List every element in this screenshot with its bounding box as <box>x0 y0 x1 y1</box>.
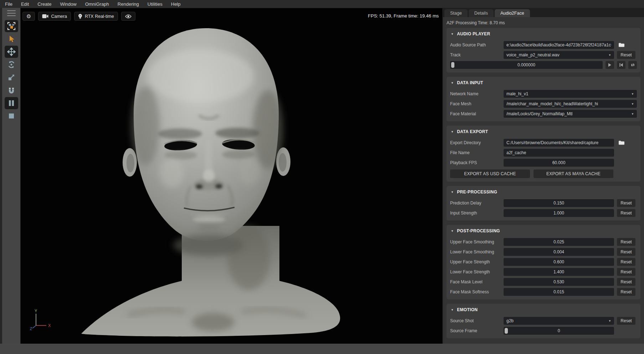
bottom-status-bar <box>0 344 644 354</box>
lower-face-smoothing-reset-button[interactable]: Reset <box>617 248 635 256</box>
move-tool-button[interactable] <box>5 46 18 58</box>
properties-panel: Stage Details Audio2Face A2F Processing … <box>443 8 644 344</box>
move-cross-icon <box>7 47 16 56</box>
section-header-data-input[interactable]: ▼ DATA INPUT <box>450 79 637 88</box>
skip-back-icon <box>619 63 623 67</box>
select-tool-button[interactable] <box>5 33 18 45</box>
face-mask-level-input[interactable]: 0.530 <box>504 278 614 286</box>
lower-face-smoothing-input[interactable]: 0.004 <box>504 248 614 256</box>
menu-omnigraph[interactable]: OmniGraph <box>85 1 109 7</box>
pause-button[interactable] <box>5 97 18 109</box>
face-material-dropdown[interactable]: /male/Looks/Grey_NormalMap_Mtl ▼ <box>504 110 637 118</box>
upper-face-smoothing-row: Upper Face Smoothing 0.025 Reset <box>450 238 637 246</box>
face-mask-softness-reset-button[interactable]: Reset <box>617 288 635 296</box>
lower-face-strength-reset-button[interactable]: Reset <box>617 268 635 276</box>
upper-face-strength-input[interactable]: 0.600 <box>504 258 614 266</box>
source-frame-slider-handle[interactable] <box>505 328 508 334</box>
source-frame-slider[interactable]: 0 <box>504 327 614 335</box>
menu-window[interactable]: Window <box>60 1 76 7</box>
renderer-menu-button[interactable]: RTX Real-time <box>74 12 118 21</box>
folder-icon <box>618 42 625 47</box>
menu-create[interactable]: Create <box>37 1 51 7</box>
audio-source-path-row: Audio Source Path e:\audio2face\build\au… <box>450 41 637 49</box>
browse-export-directory-button[interactable] <box>617 139 626 147</box>
section-emotion: ▼ EMOTION Source Shot g2b ▼ Reset Source… <box>447 304 640 338</box>
face-mesh-dropdown[interactable]: /male/char_male_model_hi/c_headWatertigh… <box>504 100 637 108</box>
prediction-delay-row: Prediction Delay 0.150 Reset <box>450 199 637 207</box>
panel-tab-strip: Stage Details Audio2Face <box>443 8 644 17</box>
snap-tool-button[interactable] <box>5 84 18 96</box>
lower-face-smoothing-row: Lower Face Smoothing 0.004 Reset <box>450 248 637 256</box>
browse-audio-path-button[interactable] <box>617 41 626 49</box>
section-header-emotion[interactable]: ▼ EMOTION <box>450 306 637 315</box>
lower-face-strength-row: Lower Face Strength 1.400 Reset <box>450 268 637 276</box>
play-button[interactable] <box>606 61 614 69</box>
export-directory-input[interactable]: C:/Users/rbrowne/Documents/Kit/shared/ca… <box>504 139 614 147</box>
a2f-processing-time: A2F Processing Time: 8.70 ms <box>443 17 644 28</box>
loop-button[interactable] <box>628 61 637 69</box>
input-strength-input[interactable]: 1.000 <box>504 209 614 217</box>
timeline-slider-handle[interactable] <box>451 62 454 68</box>
playback-fps-input[interactable]: 60.000 <box>504 159 614 167</box>
section-header-pre-processing[interactable]: ▼ PRE-PROCESSING <box>450 188 637 197</box>
timeline-slider[interactable]: 0.000000 <box>450 61 603 69</box>
camera-menu-button[interactable]: Camera <box>38 12 71 21</box>
viewport-3d[interactable]: ⚙ Camera RTX Real-time <box>20 8 442 344</box>
source-shot-reset-button[interactable]: Reset <box>617 317 635 325</box>
section-header-audio-player[interactable]: ▼ AUDIO PLAYER <box>450 30 637 39</box>
source-shot-dropdown[interactable]: g2b ▼ <box>504 317 614 325</box>
track-dropdown[interactable]: voice_male_p2_neutral.wav ▼ <box>504 51 614 59</box>
selection-mode-button[interactable] <box>5 20 18 32</box>
prediction-delay-input[interactable]: 0.150 <box>504 199 614 207</box>
rendered-head-model <box>21 8 442 344</box>
scale-arrow-icon <box>7 74 15 81</box>
visibility-menu-button[interactable] <box>121 12 135 21</box>
tab-audio2face[interactable]: Audio2Face <box>495 9 530 17</box>
source-frame-row: Source Frame 0 <box>450 327 637 335</box>
export-maya-cache-button[interactable]: EXPORT AS MAYA CACHE <box>534 170 613 178</box>
export-buttons-row: EXPORT AS USD CACHE EXPORT AS MAYA CACHE <box>450 170 637 178</box>
lower-face-strength-input[interactable]: 1.400 <box>504 268 614 276</box>
face-mask-level-row: Face Mask Level 0.530 Reset <box>450 278 637 286</box>
stop-button[interactable] <box>5 110 18 122</box>
menu-utilities[interactable]: Utilities <box>148 1 163 7</box>
folder-icon <box>618 140 625 145</box>
track-row: Track voice_male_p2_neutral.wav ▼ Reset <box>450 51 637 59</box>
skip-to-start-button[interactable] <box>617 61 625 69</box>
collapse-triangle-icon: ▼ <box>451 308 454 312</box>
rotate-arrows-icon <box>7 60 16 69</box>
export-usd-cache-button[interactable]: EXPORT AS USD CACHE <box>450 170 530 178</box>
chevron-down-icon: ▼ <box>629 92 634 96</box>
upper-face-smoothing-input[interactable]: 0.025 <box>504 238 614 246</box>
menu-file[interactable]: File <box>5 1 12 7</box>
stop-square-icon <box>7 112 15 120</box>
face-mask-level-reset-button[interactable]: Reset <box>617 278 635 286</box>
timeline-row: 0.000000 <box>450 61 637 69</box>
audio-source-path-input[interactable]: e:\audio2face\build\audio2face-4d723b726… <box>504 41 614 49</box>
section-header-data-export[interactable]: ▼ DATA EXPORT <box>450 128 637 137</box>
collapse-triangle-icon: ▼ <box>451 229 454 233</box>
input-strength-reset-button[interactable]: Reset <box>617 209 635 217</box>
axis-x-label: X <box>48 323 51 328</box>
upper-face-strength-reset-button[interactable]: Reset <box>617 258 635 266</box>
selection-frame-icon <box>7 21 16 31</box>
prediction-delay-reset-button[interactable]: Reset <box>617 199 635 207</box>
section-header-post-processing[interactable]: ▼ POST-PROCESSING <box>450 227 637 236</box>
menu-rendering[interactable]: Rendering <box>118 1 139 7</box>
tab-stage[interactable]: Stage <box>444 9 468 17</box>
viewport-settings-button[interactable]: ⚙ <box>22 12 35 21</box>
upper-face-smoothing-reset-button[interactable]: Reset <box>617 238 635 246</box>
scale-tool-button[interactable] <box>5 71 18 84</box>
renderer-menu-label: RTX Real-time <box>85 14 114 19</box>
tab-details[interactable]: Details <box>469 9 494 17</box>
network-name-dropdown[interactable]: male_hi_v1 ▼ <box>504 90 637 98</box>
section-data-input: ▼ DATA INPUT Network Name male_hi_v1 ▼ F… <box>447 77 640 121</box>
toolbar-grip-handle[interactable] <box>7 10 16 16</box>
menu-edit[interactable]: Edit <box>21 1 29 7</box>
file-name-input[interactable]: a2f_cache <box>504 149 614 157</box>
input-strength-row: Input Strength 1.000 Reset <box>450 209 637 217</box>
face-mask-softness-input[interactable]: 0.015 <box>504 288 614 296</box>
rotate-tool-button[interactable] <box>5 59 18 71</box>
menu-help[interactable]: Help <box>171 1 181 7</box>
track-reset-button[interactable]: Reset <box>617 51 635 59</box>
